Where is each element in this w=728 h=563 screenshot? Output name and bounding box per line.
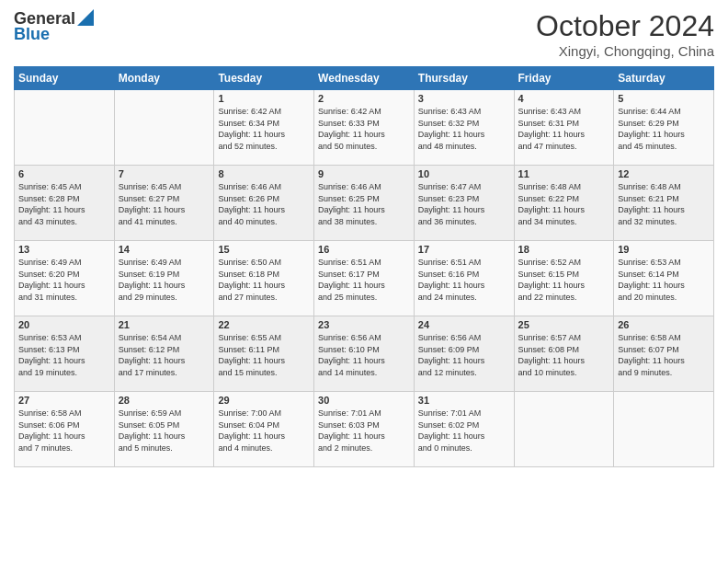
calendar-cell	[15, 90, 115, 166]
day-number: 23	[318, 319, 410, 330]
day-number: 15	[218, 244, 310, 255]
day-info: Sunrise: 6:47 AM Sunset: 6:23 PM Dayligh…	[418, 181, 510, 227]
calendar-header-row: SundayMondayTuesdayWednesdayThursdayFrid…	[15, 67, 714, 90]
calendar-cell: 25Sunrise: 6:57 AM Sunset: 6:08 PM Dayli…	[514, 316, 614, 392]
calendar-cell: 27Sunrise: 6:58 AM Sunset: 6:06 PM Dayli…	[15, 392, 115, 467]
calendar-cell: 26Sunrise: 6:58 AM Sunset: 6:07 PM Dayli…	[614, 316, 714, 392]
calendar-cell: 16Sunrise: 6:51 AM Sunset: 6:17 PM Dayli…	[314, 241, 415, 316]
day-number: 9	[318, 168, 410, 179]
day-number: 3	[418, 93, 510, 104]
weekday-header-wednesday: Wednesday	[314, 67, 415, 90]
calendar-cell	[514, 392, 614, 467]
svg-marker-0	[77, 9, 94, 26]
day-number: 14	[119, 244, 210, 255]
day-info: Sunrise: 6:51 AM Sunset: 6:17 PM Dayligh…	[318, 257, 410, 303]
day-number: 22	[218, 319, 310, 330]
day-number: 4	[518, 93, 610, 104]
day-info: Sunrise: 7:01 AM Sunset: 6:02 PM Dayligh…	[418, 408, 510, 454]
day-info: Sunrise: 7:01 AM Sunset: 6:03 PM Dayligh…	[318, 408, 410, 454]
calendar-week-3: 13Sunrise: 6:49 AM Sunset: 6:20 PM Dayli…	[15, 241, 714, 316]
calendar-cell: 9Sunrise: 6:46 AM Sunset: 6:25 PM Daylig…	[314, 166, 415, 241]
day-number: 28	[119, 395, 210, 406]
day-info: Sunrise: 6:53 AM Sunset: 6:14 PM Dayligh…	[618, 257, 710, 303]
calendar-cell: 18Sunrise: 6:52 AM Sunset: 6:15 PM Dayli…	[514, 241, 614, 316]
calendar-cell: 28Sunrise: 6:59 AM Sunset: 6:05 PM Dayli…	[114, 392, 214, 467]
calendar-cell: 11Sunrise: 6:48 AM Sunset: 6:22 PM Dayli…	[514, 166, 614, 241]
calendar-cell: 29Sunrise: 7:00 AM Sunset: 6:04 PM Dayli…	[214, 392, 314, 467]
logo-line2: Blue	[14, 25, 50, 44]
logo: General Blue	[14, 9, 94, 44]
day-number: 21	[119, 319, 210, 330]
day-info: Sunrise: 6:45 AM Sunset: 6:28 PM Dayligh…	[18, 181, 110, 227]
calendar-cell: 13Sunrise: 6:49 AM Sunset: 6:20 PM Dayli…	[15, 241, 115, 316]
calendar-cell: 3Sunrise: 6:43 AM Sunset: 6:32 PM Daylig…	[414, 90, 514, 166]
month-year-title: October 2024	[536, 9, 714, 43]
calendar-cell: 12Sunrise: 6:48 AM Sunset: 6:21 PM Dayli…	[614, 166, 714, 241]
calendar-body: 1Sunrise: 6:42 AM Sunset: 6:34 PM Daylig…	[15, 90, 714, 467]
calendar-cell: 4Sunrise: 6:43 AM Sunset: 6:31 PM Daylig…	[514, 90, 614, 166]
day-number: 18	[518, 244, 610, 255]
calendar-cell: 7Sunrise: 6:45 AM Sunset: 6:27 PM Daylig…	[114, 166, 214, 241]
day-info: Sunrise: 6:42 AM Sunset: 6:34 PM Dayligh…	[218, 106, 310, 152]
calendar-week-2: 6Sunrise: 6:45 AM Sunset: 6:28 PM Daylig…	[15, 166, 714, 241]
day-info: Sunrise: 6:56 AM Sunset: 6:10 PM Dayligh…	[318, 332, 410, 378]
calendar-cell: 23Sunrise: 6:56 AM Sunset: 6:10 PM Dayli…	[314, 316, 415, 392]
day-number: 24	[418, 319, 510, 330]
day-number: 31	[418, 395, 510, 406]
day-info: Sunrise: 6:46 AM Sunset: 6:25 PM Dayligh…	[318, 181, 410, 227]
calendar-cell: 30Sunrise: 7:01 AM Sunset: 6:03 PM Dayli…	[314, 392, 415, 467]
day-number: 13	[18, 244, 110, 255]
day-info: Sunrise: 6:56 AM Sunset: 6:09 PM Dayligh…	[418, 332, 510, 378]
calendar-cell: 15Sunrise: 6:50 AM Sunset: 6:18 PM Dayli…	[214, 241, 314, 316]
day-number: 6	[18, 168, 110, 179]
day-info: Sunrise: 6:43 AM Sunset: 6:32 PM Dayligh…	[418, 106, 510, 152]
logo-triangle-icon	[77, 9, 94, 26]
calendar-cell: 31Sunrise: 7:01 AM Sunset: 6:02 PM Dayli…	[414, 392, 514, 467]
weekday-header-monday: Monday	[114, 67, 214, 90]
day-number: 17	[418, 244, 510, 255]
calendar-cell: 17Sunrise: 6:51 AM Sunset: 6:16 PM Dayli…	[414, 241, 514, 316]
calendar-cell: 8Sunrise: 6:46 AM Sunset: 6:26 PM Daylig…	[214, 166, 314, 241]
calendar-cell	[114, 90, 214, 166]
location-subtitle: Xingyi, Chongqing, China	[536, 43, 714, 59]
day-number: 20	[18, 319, 110, 330]
calendar-cell: 10Sunrise: 6:47 AM Sunset: 6:23 PM Dayli…	[414, 166, 514, 241]
day-info: Sunrise: 6:43 AM Sunset: 6:31 PM Dayligh…	[518, 106, 610, 152]
day-number: 8	[218, 168, 310, 179]
calendar-cell: 5Sunrise: 6:44 AM Sunset: 6:29 PM Daylig…	[614, 90, 714, 166]
calendar-cell: 19Sunrise: 6:53 AM Sunset: 6:14 PM Dayli…	[614, 241, 714, 316]
calendar-week-5: 27Sunrise: 6:58 AM Sunset: 6:06 PM Dayli…	[15, 392, 714, 467]
weekday-header-friday: Friday	[514, 67, 614, 90]
day-info: Sunrise: 6:59 AM Sunset: 6:05 PM Dayligh…	[119, 408, 210, 454]
weekday-header-sunday: Sunday	[15, 67, 115, 90]
day-number: 29	[218, 395, 310, 406]
day-info: Sunrise: 6:57 AM Sunset: 6:08 PM Dayligh…	[518, 332, 610, 378]
day-info: Sunrise: 6:48 AM Sunset: 6:22 PM Dayligh…	[518, 181, 610, 227]
day-number: 26	[618, 319, 710, 330]
calendar-cell: 14Sunrise: 6:49 AM Sunset: 6:19 PM Dayli…	[114, 241, 214, 316]
calendar-cell: 24Sunrise: 6:56 AM Sunset: 6:09 PM Dayli…	[414, 316, 514, 392]
weekday-header-thursday: Thursday	[414, 67, 514, 90]
weekday-header-saturday: Saturday	[614, 67, 714, 90]
day-info: Sunrise: 6:58 AM Sunset: 6:07 PM Dayligh…	[618, 332, 710, 378]
day-number: 30	[318, 395, 410, 406]
day-number: 19	[618, 244, 710, 255]
day-info: Sunrise: 6:44 AM Sunset: 6:29 PM Dayligh…	[618, 106, 710, 152]
calendar-cell	[614, 392, 714, 467]
day-info: Sunrise: 6:49 AM Sunset: 6:19 PM Dayligh…	[119, 257, 210, 303]
calendar-cell: 21Sunrise: 6:54 AM Sunset: 6:12 PM Dayli…	[114, 316, 214, 392]
calendar-week-1: 1Sunrise: 6:42 AM Sunset: 6:34 PM Daylig…	[15, 90, 714, 166]
calendar-cell: 6Sunrise: 6:45 AM Sunset: 6:28 PM Daylig…	[15, 166, 115, 241]
day-number: 27	[18, 395, 110, 406]
title-section: October 2024 Xingyi, Chongqing, China	[536, 9, 714, 59]
day-info: Sunrise: 6:53 AM Sunset: 6:13 PM Dayligh…	[18, 332, 110, 378]
day-number: 11	[518, 168, 610, 179]
weekday-header-tuesday: Tuesday	[214, 67, 314, 90]
day-info: Sunrise: 6:45 AM Sunset: 6:27 PM Dayligh…	[119, 181, 210, 227]
day-info: Sunrise: 6:42 AM Sunset: 6:33 PM Dayligh…	[318, 106, 410, 152]
day-number: 16	[318, 244, 410, 255]
day-number: 2	[318, 93, 410, 104]
day-number: 7	[119, 168, 210, 179]
day-info: Sunrise: 6:50 AM Sunset: 6:18 PM Dayligh…	[218, 257, 310, 303]
day-info: Sunrise: 6:55 AM Sunset: 6:11 PM Dayligh…	[218, 332, 310, 378]
